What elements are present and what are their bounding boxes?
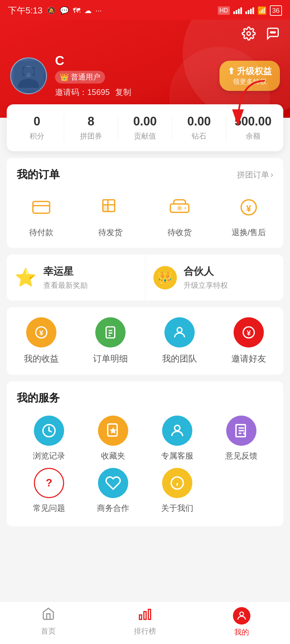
- badge-label: 普通用户: [71, 72, 100, 82]
- business-coop-item[interactable]: 商务合作: [81, 468, 145, 514]
- svg-text:¥: ¥: [247, 329, 251, 337]
- signal-bars-2: [245, 7, 254, 14]
- user-name: C: [55, 54, 131, 68]
- lucky-star-item[interactable]: ⭐ 幸运星 查看最新奖励: [7, 255, 145, 301]
- svg-point-3: [274, 32, 276, 33]
- feedback-label: 意见反馈: [225, 450, 257, 461]
- svg-rect-9: [33, 202, 50, 213]
- partner-subtitle: 升级立享特权: [184, 280, 228, 290]
- nav-mine[interactable]: 我的: [193, 602, 290, 644]
- favorites-item[interactable]: 收藏夹: [81, 416, 145, 461]
- hd-label-1: HD: [218, 6, 230, 15]
- order-refund[interactable]: ¥ 退换/售后: [214, 192, 283, 238]
- upgrade-btn-top: ⬆ 升级权益: [228, 65, 272, 77]
- settings-button[interactable]: [242, 26, 256, 44]
- upgrade-arrow-icon: ⬆: [228, 66, 235, 76]
- browse-history-item[interactable]: 浏览记录: [17, 416, 81, 461]
- order-detail-icon: [95, 317, 126, 347]
- copy-button[interactable]: 复制: [115, 88, 131, 97]
- avatar[interactable]: [10, 57, 47, 94]
- svg-text:¥: ¥: [246, 203, 251, 214]
- nav-ranking[interactable]: 排行榜: [97, 602, 193, 644]
- customer-service-item[interactable]: 专属客服: [145, 416, 209, 461]
- faq-label: 常见问题: [33, 503, 65, 514]
- svg-point-23: [177, 327, 182, 332]
- header-background: C 👑 普通用户 邀请码：15695 复制 ⬆ 升级权益 领更多特权: [0, 20, 290, 118]
- about-us-icon: [162, 468, 192, 498]
- stat-value-diamonds: 0.00: [176, 114, 223, 128]
- favorites-icon: [98, 416, 128, 446]
- browse-history-icon: [34, 416, 64, 446]
- invite-code-row: 邀请码：15695 复制: [55, 87, 131, 98]
- pending-payment-icon: [26, 192, 56, 222]
- stat-label-group: 拼团券: [67, 131, 114, 141]
- my-team-item[interactable]: 我的团队: [153, 317, 206, 365]
- order-icons-row: 待付款 待发货: [7, 189, 283, 248]
- orders-title: 我的订单: [17, 167, 60, 182]
- svg-point-2: [272, 32, 274, 33]
- lucky-star-title: 幸运星: [43, 265, 88, 278]
- status-bar: 下午5:13 🔕 💬 🗺 ☁ ··· HD 📶 36: [0, 0, 290, 20]
- my-earnings-item[interactable]: ¥ 我的收益: [14, 317, 68, 365]
- feedback-item[interactable]: 意见反馈: [209, 416, 273, 461]
- customer-service-icon: [162, 416, 192, 446]
- order-pending-receipt[interactable]: 待收货: [145, 192, 214, 238]
- my-team-label: 我的团队: [162, 353, 197, 365]
- stat-label-balance: 余额: [230, 131, 277, 141]
- stat-points[interactable]: 0 积分: [10, 114, 64, 141]
- customer-service-label: 专属客服: [161, 450, 193, 461]
- partner-icon: 👑: [153, 266, 177, 289]
- stat-value-group: 8: [67, 114, 114, 128]
- upgrade-btn-sub: 领更多特权: [233, 77, 267, 86]
- pending-receipt-label: 待收货: [167, 227, 192, 238]
- stat-label-diamonds: 钻石: [176, 131, 223, 141]
- alarm-icon: 🔕: [47, 6, 56, 15]
- mine-avatar-icon: [233, 607, 250, 625]
- partner-text: 合伙人 升级立享特权: [184, 265, 228, 290]
- status-right: HD 📶 36: [218, 5, 282, 16]
- business-coop-label: 商务合作: [97, 503, 129, 514]
- my-earnings-icon: ¥: [26, 317, 56, 347]
- profile-row: C 👑 普通用户 邀请码：15695 复制 ⬆ 升级权益 领更多特权: [10, 54, 280, 98]
- lucky-star-icon: ⭐: [15, 267, 37, 288]
- faq-icon: ?: [34, 468, 64, 498]
- invite-friends-icon: ¥: [234, 317, 264, 347]
- svg-point-29: [175, 425, 180, 431]
- stat-label-contribution: 贡献值: [122, 131, 168, 141]
- quick-actions-section: ¥ 我的收益 订单明细: [7, 307, 283, 375]
- message-button[interactable]: [266, 26, 280, 44]
- app-icon-2: ☁: [84, 6, 92, 15]
- nav-home[interactable]: 首页: [0, 602, 97, 644]
- header-actions: [10, 26, 280, 44]
- order-detail-label: 订单明细: [93, 353, 128, 365]
- svg-point-41: [240, 612, 243, 616]
- promo-card: ⭐ 幸运星 查看最新奖励 👑 合伙人 升级立享特权: [7, 255, 283, 301]
- partner-item[interactable]: 👑 合伙人 升级立享特权: [145, 255, 284, 301]
- order-pending-shipment[interactable]: 待发货: [76, 192, 145, 238]
- svg-marker-28: [110, 427, 116, 434]
- svg-point-7: [27, 72, 31, 76]
- faq-item[interactable]: ? 常见问题: [17, 468, 81, 514]
- invite-friends-item[interactable]: ¥ 邀请好友: [222, 317, 276, 365]
- main-content: 我的订单 拼团订单 › 待付款: [0, 151, 290, 580]
- group-orders-link[interactable]: 拼团订单 ›: [237, 169, 273, 180]
- pending-receipt-icon: [164, 192, 195, 222]
- stat-balance[interactable]: 500.00 余额: [226, 114, 280, 141]
- nav-mine-label: 我的: [234, 627, 249, 637]
- order-pending-payment[interactable]: 待付款: [7, 192, 76, 238]
- stat-diamonds[interactable]: 0.00 钻石: [172, 114, 226, 141]
- user-badge: 👑 普通用户: [55, 71, 105, 84]
- services-title: 我的服务: [17, 391, 273, 406]
- my-earnings-label: 我的收益: [24, 353, 59, 365]
- pending-shipment-label: 待发货: [98, 227, 123, 238]
- quick-action-row: ¥ 我的收益 订单明细: [7, 317, 283, 365]
- upgrade-button[interactable]: ⬆ 升级权益 领更多特权: [220, 61, 280, 91]
- order-detail-item[interactable]: 订单明细: [84, 317, 137, 365]
- upgrade-btn-label: 升级权益: [237, 65, 272, 77]
- stats-card: 0 积分 8 拼团券 0.00 贡献值 0.00 钻石 500.00 余额: [7, 104, 283, 151]
- stat-contribution[interactable]: 0.00 贡献值: [118, 114, 172, 141]
- about-us-item[interactable]: 关于我们: [145, 468, 209, 514]
- stat-group-tickets[interactable]: 8 拼团券: [64, 114, 118, 141]
- services-section: 我的服务 浏览记录 收藏: [7, 381, 283, 526]
- stat-value-points: 0: [13, 114, 60, 128]
